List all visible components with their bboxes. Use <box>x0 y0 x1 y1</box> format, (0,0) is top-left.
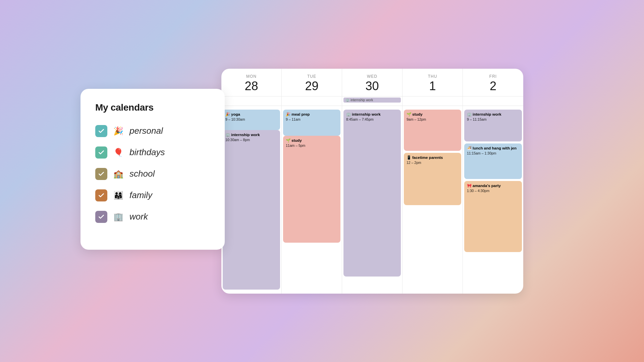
day-number-mon: 28 <box>228 80 275 92</box>
event-internship-wed-time: 8:45am – 7:45pm <box>346 117 398 122</box>
all-day-event-emoji: 🏢 <box>345 98 350 102</box>
event-internship-mon-emoji: 🏢 <box>225 132 230 137</box>
calendar-item-personal[interactable]: 🎉 personal <box>95 125 210 137</box>
day-header-tue: TUE 29 <box>282 69 342 96</box>
emoji-personal: 🎉 <box>113 126 123 136</box>
event-lunch-jen-title: 🍜 lunch and hang with jen <box>467 145 519 151</box>
checkbox-birthdays[interactable] <box>95 146 107 159</box>
event-internship-fri[interactable]: 🏢 internship work 9 – 11:15am <box>464 110 522 141</box>
event-yoga-title: 🎉 yoga <box>225 112 277 117</box>
event-internship-mon[interactable]: 🏢 internship work 10:30am – 8pm <box>223 130 280 290</box>
day-header-fri: FRI 2 <box>463 69 523 96</box>
event-study-tue[interactable]: 🌱 study 11am – 5pm <box>283 136 340 243</box>
calendar-item-family[interactable]: 👨‍👩‍👧 family <box>95 189 210 201</box>
column-fri: 🏢 internship work 9 – 11:15am 🍜 lunch an… <box>463 106 523 294</box>
label-work: work <box>129 212 148 222</box>
event-yoga-time: 9 – 10:30am <box>225 117 277 122</box>
event-amandas-party[interactable]: 🎀 amanda's party 1:30 – 4:30pm <box>464 181 522 252</box>
event-amandas-party-time: 1:30 – 4:30pm <box>467 188 519 193</box>
event-study-tue-emoji: 🌱 <box>286 138 290 143</box>
event-meal-prep-time: 9 – 11am <box>286 117 338 122</box>
label-birthdays: birthdays <box>129 147 165 158</box>
calendar-item-birthdays[interactable]: 🎈 birthdays <box>95 146 210 159</box>
event-study-tue-title: 🌱 study <box>286 138 338 143</box>
all-day-event-internship[interactable]: 🏢 internship work <box>343 98 401 103</box>
event-study-thu-title: 🌱 study <box>407 112 459 117</box>
event-yoga[interactable]: 🎉 yoga 9 – 10:30am <box>223 110 280 130</box>
event-facetime[interactable]: 📱 facetime parents 12 – 2pm <box>404 153 461 205</box>
calendar-header: MON 28 TUE 29 WED 30 THU 1 FRI 2 <box>221 69 523 97</box>
day-number-thu: 1 <box>409 80 456 92</box>
event-study-thu[interactable]: 🌱 study 9am – 12pm <box>404 110 461 151</box>
event-internship-mon-time: 10:30am – 8pm <box>225 137 277 142</box>
emoji-school: 🏫 <box>113 169 123 179</box>
event-amandas-party-emoji: 🎀 <box>467 183 472 188</box>
day-number-wed: 30 <box>349 80 395 92</box>
sidebar: My calendars 🎉 personal 🎈 birthdays 🏫 sc… <box>80 89 225 250</box>
checkbox-personal[interactable] <box>95 125 107 137</box>
all-day-tue <box>282 97 342 106</box>
event-facetime-time: 12 – 2pm <box>407 160 459 165</box>
event-facetime-emoji: 📱 <box>407 155 411 160</box>
checkbox-school[interactable] <box>95 168 107 180</box>
label-school: school <box>129 169 155 179</box>
emoji-birthdays: 🎈 <box>113 148 123 157</box>
event-meal-prep[interactable]: 🎉 meal prep 9 – 11am <box>283 110 340 136</box>
event-internship-fri-emoji: 🏢 <box>467 112 472 117</box>
all-day-thu <box>402 97 463 106</box>
day-name-tue: TUE <box>288 74 335 79</box>
column-mon: 🎉 yoga 9 – 10:30am 🏢 internship work 10:… <box>221 106 282 294</box>
event-study-thu-emoji: 🌱 <box>407 112 411 117</box>
event-yoga-emoji: 🎉 <box>225 112 230 117</box>
event-facetime-title: 📱 facetime parents <box>407 155 459 160</box>
event-internship-wed-title: 🏢 internship work <box>346 112 398 117</box>
event-lunch-jen-emoji: 🍜 <box>467 145 472 151</box>
event-internship-fri-title: 🏢 internship work <box>467 112 519 117</box>
event-lunch-jen-time: 11:15am – 1:30pm <box>467 151 519 156</box>
label-personal: personal <box>129 126 163 136</box>
event-study-thu-time: 9am – 12pm <box>407 117 459 122</box>
main-container: My calendars 🎉 personal 🎈 birthdays 🏫 sc… <box>80 69 523 294</box>
all-day-fri <box>463 97 523 106</box>
event-lunch-jen[interactable]: 🍜 lunch and hang with jen 11:15am – 1:30… <box>464 143 522 179</box>
day-name-thu: THU <box>409 74 456 79</box>
day-number-tue: 29 <box>288 80 335 92</box>
day-header-thu: THU 1 <box>402 69 463 96</box>
event-internship-mon-title: 🏢 internship work <box>225 132 277 137</box>
day-name-fri: FRI <box>470 74 517 79</box>
day-header-mon: MON 28 <box>221 69 282 96</box>
day-header-wed: WED 30 <box>342 69 402 96</box>
calendar-panel: MON 28 TUE 29 WED 30 THU 1 FRI 2 <box>221 69 523 294</box>
day-number-fri: 2 <box>470 80 517 92</box>
day-name-wed: WED <box>349 74 395 79</box>
calendar-item-school[interactable]: 🏫 school <box>95 168 210 180</box>
day-name-mon: MON <box>228 74 275 79</box>
emoji-family: 👨‍👩‍👧 <box>113 191 123 200</box>
calendar-item-work[interactable]: 🏢 work <box>95 211 210 223</box>
all-day-wed: 🏢 internship work <box>342 97 402 106</box>
column-tue: 🎉 meal prep 9 – 11am 🌱 study 11am – 5pm <box>282 106 342 294</box>
column-thu: 🌱 study 9am – 12pm 📱 facetime parents 12… <box>402 106 463 294</box>
all-day-mon <box>221 97 282 106</box>
event-study-tue-time: 11am – 5pm <box>286 143 338 148</box>
event-meal-prep-emoji: 🎉 <box>286 112 290 117</box>
event-internship-wed[interactable]: 🏢 internship work 8:45am – 7:45pm <box>343 110 401 277</box>
event-meal-prep-title: 🎉 meal prep <box>286 112 338 117</box>
label-family: family <box>129 190 152 200</box>
all-day-row: 🏢 internship work <box>221 97 523 106</box>
calendar-body: 🎉 yoga 9 – 10:30am 🏢 internship work 10:… <box>221 106 523 294</box>
all-day-event-label: internship work <box>351 98 373 102</box>
emoji-work: 🏢 <box>113 212 123 222</box>
checkbox-work[interactable] <box>95 211 107 223</box>
event-amandas-party-title: 🎀 amanda's party <box>467 183 519 188</box>
event-internship-wed-emoji: 🏢 <box>346 112 351 117</box>
checkbox-family[interactable] <box>95 189 107 201</box>
event-internship-fri-time: 9 – 11:15am <box>467 117 519 122</box>
sidebar-title: My calendars <box>95 102 210 113</box>
column-wed: 🏢 internship work 8:45am – 7:45pm <box>342 106 402 294</box>
